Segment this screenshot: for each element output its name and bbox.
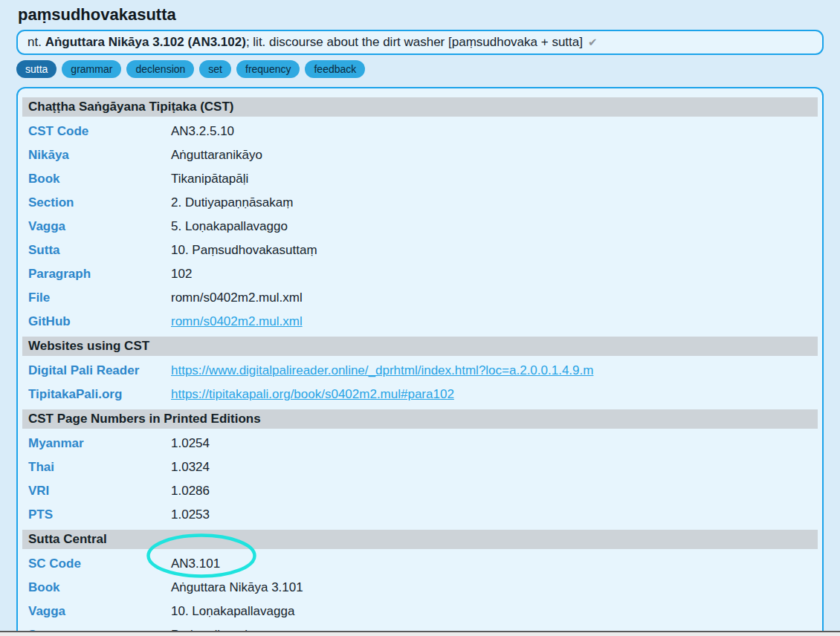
row-value: 5. Loṇakapallavaggo bbox=[165, 218, 818, 235]
row-label: GitHub bbox=[22, 314, 165, 330]
table-row: File romn/s0402m2.mul.xml bbox=[22, 286, 818, 310]
row-label: File bbox=[22, 290, 165, 306]
row-value: 1.0254 bbox=[165, 435, 818, 452]
tab-feedback[interactable]: feedback bbox=[305, 60, 365, 78]
tab-declension[interactable]: declension bbox=[126, 60, 194, 78]
row-value: 102 bbox=[165, 266, 818, 282]
row-value: romn/s0402m2.mul.xml bbox=[165, 290, 818, 306]
row-label: Digital Pali Reader bbox=[22, 363, 165, 379]
row-value: Tikanipātapāḷi bbox=[165, 171, 818, 187]
table-row: Sutta 10. Paṃsudhovakasuttaṃ bbox=[22, 238, 818, 262]
table-row: CST Code AN3.2.5.10 bbox=[22, 120, 818, 143]
section-header-cst: Chaṭṭha Saṅgāyana Tipiṭaka (CST) bbox=[22, 97, 818, 117]
row-label: Vagga bbox=[22, 218, 165, 235]
row-label: Myanmar bbox=[22, 435, 165, 452]
row-label: CST Code bbox=[22, 123, 165, 140]
github-link[interactable]: romn/s0402m2.mul.xml bbox=[171, 314, 303, 328]
page-title: paṃsudhovakasutta bbox=[18, 4, 840, 25]
row-value: 1.0253 bbox=[165, 507, 818, 523]
table-row: Vagga 10. Loṇakapallavagga bbox=[22, 600, 818, 623]
section-header-websites: Websites using CST bbox=[22, 337, 818, 356]
row-label: Book bbox=[22, 580, 165, 596]
row-label: Vagga bbox=[22, 603, 165, 620]
row-value: 10. Loṇakapallavagga bbox=[165, 603, 818, 620]
row-value: AN3.101 bbox=[165, 556, 818, 572]
section-header-sutta-central: Sutta Central bbox=[22, 530, 818, 549]
tab-bar: sutta grammar declension set frequency f… bbox=[16, 60, 824, 78]
table-row: Nikāya Aṅguttaranikāyo bbox=[22, 143, 818, 167]
row-value: romn/s0402m2.mul.xml bbox=[165, 314, 818, 330]
tab-frequency[interactable]: frequency bbox=[236, 60, 300, 78]
reference-bold: Aṅguttara Nikāya 3.102 (AN3.102) bbox=[45, 35, 246, 49]
tab-set[interactable]: set bbox=[199, 60, 231, 78]
table-row: Book Tikanipātapāḷi bbox=[22, 167, 818, 191]
table-row: Thai 1.0324 bbox=[22, 455, 818, 479]
table-row: Book Aṅguttara Nikāya 3.101 bbox=[22, 576, 818, 600]
pos-label: nt. bbox=[28, 35, 42, 49]
table-row: Myanmar 1.0254 bbox=[22, 432, 818, 455]
table-row: PTS 1.0253 bbox=[22, 503, 818, 527]
table-row: TipitakaPali.org https://tipitakapali.or… bbox=[22, 383, 818, 406]
row-label: Sutta bbox=[22, 242, 165, 259]
row-label: Thai bbox=[22, 459, 165, 476]
row-value: 10. Paṃsudhovakasuttaṃ bbox=[165, 242, 818, 259]
digital-pali-reader-link[interactable]: https://www.digitalpalireader.online/_dp… bbox=[171, 363, 593, 377]
row-label: PTS bbox=[22, 507, 165, 523]
verified-check-icon: ✔ bbox=[588, 36, 598, 49]
table-row: GitHub romn/s0402m2.mul.xml bbox=[22, 310, 818, 334]
row-value: 2. Dutiyapaṇṇāsakaṃ bbox=[165, 195, 818, 211]
row-label: SC Code bbox=[22, 556, 165, 572]
row-label: Nikāya bbox=[22, 147, 165, 163]
section-header-page-numbers: CST Page Numbers in Printed Editions bbox=[22, 409, 818, 429]
table-row: Digital Pali Reader https://www.digitalp… bbox=[22, 359, 818, 383]
row-value: Aṅguttara Nikāya 3.101 bbox=[165, 580, 818, 596]
row-label: TipitakaPali.org bbox=[22, 386, 165, 403]
table-row: SC Code AN3.101 bbox=[22, 552, 818, 576]
definition-summary-box: nt. Aṅguttara Nikāya 3.102 (AN3.102); li… bbox=[16, 30, 824, 55]
row-value: 1.0324 bbox=[165, 459, 818, 476]
row-value: https://tipitakapali.org/book/s0402m2.mu… bbox=[165, 386, 818, 403]
tipitakapali-link[interactable]: https://tipitakapali.org/book/s0402m2.mu… bbox=[171, 387, 454, 401]
row-label: Book bbox=[22, 171, 165, 187]
row-label: VRI bbox=[22, 483, 165, 499]
gloss-text: ; lit. discourse about the dirt washer [… bbox=[246, 35, 583, 49]
table-row: Vagga 5. Loṇakapallavaggo bbox=[22, 215, 818, 238]
row-value: https://www.digitalpalireader.online/_dp… bbox=[165, 363, 818, 379]
sutta-details-panel: Chaṭṭha Saṅgāyana Tipiṭaka (CST) CST Cod… bbox=[16, 87, 824, 636]
page: paṃsudhovakasutta nt. Aṅguttara Nikāya 3… bbox=[0, 0, 840, 636]
row-label: Paragraph bbox=[22, 266, 165, 282]
definition-text: nt. Aṅguttara Nikāya 3.102 (AN3.102); li… bbox=[28, 35, 583, 50]
row-value: AN3.2.5.10 bbox=[165, 123, 818, 140]
tab-sutta[interactable]: sutta bbox=[16, 60, 56, 78]
row-value: Aṅguttaranikāyo bbox=[165, 147, 818, 163]
table-row: VRI 1.0286 bbox=[22, 479, 818, 503]
tab-grammar[interactable]: grammar bbox=[62, 60, 121, 78]
window-bottom-edge bbox=[0, 631, 840, 636]
table-row: Section 2. Dutiyapaṇṇāsakaṃ bbox=[22, 191, 818, 215]
table-row: Paragraph 102 bbox=[22, 262, 818, 286]
row-label: Section bbox=[22, 195, 165, 211]
row-value: 1.0286 bbox=[165, 483, 818, 499]
